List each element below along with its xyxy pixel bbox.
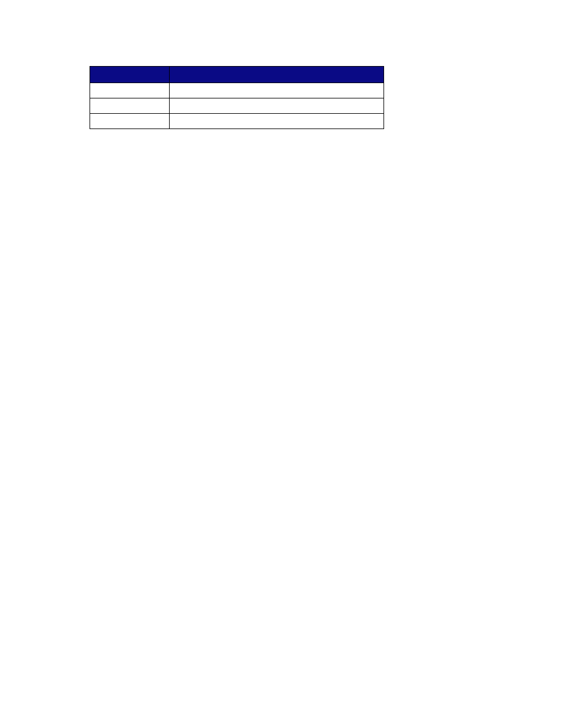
table-header-row xyxy=(90,67,384,83)
table-cell xyxy=(169,114,384,129)
table-container xyxy=(90,66,384,129)
table-cell xyxy=(169,98,384,114)
table-header-cell xyxy=(90,67,170,83)
table-row xyxy=(90,114,384,129)
data-table xyxy=(90,66,384,129)
table-header-cell xyxy=(169,67,384,83)
table-row xyxy=(90,83,384,98)
table-cell xyxy=(90,114,170,129)
table-cell xyxy=(90,98,170,114)
table-cell xyxy=(169,83,384,98)
table-cell xyxy=(90,83,170,98)
table-row xyxy=(90,98,384,114)
